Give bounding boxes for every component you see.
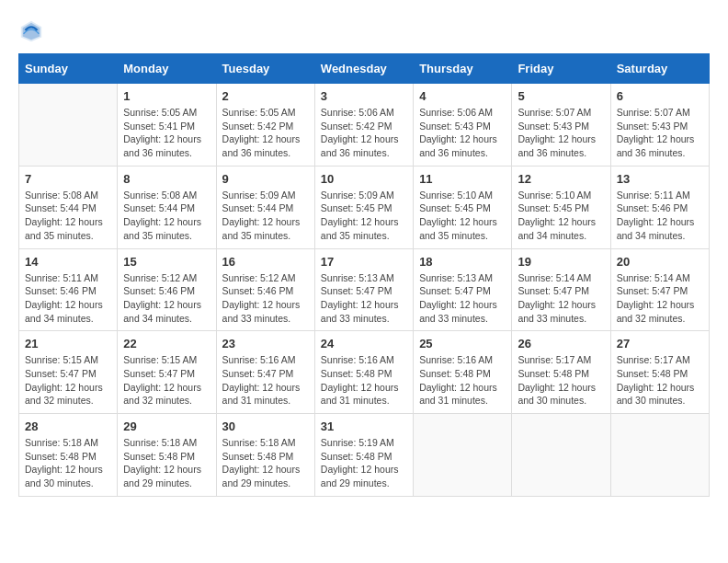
calendar-cell: 19Sunrise: 5:14 AMSunset: 5:47 PMDayligh… [512,248,610,331]
calendar-cell: 14Sunrise: 5:11 AMSunset: 5:46 PMDayligh… [19,248,118,331]
day-number: 23 [222,337,309,350]
day-info: Sunrise: 5:09 AMSunset: 5:44 PMDaylight:… [222,189,309,243]
calendar-cell: 13Sunrise: 5:11 AMSunset: 5:46 PMDayligh… [610,166,709,248]
day-info: Sunrise: 5:05 AMSunset: 5:42 PMDaylight:… [222,106,309,160]
calendar-cell: 10Sunrise: 5:09 AMSunset: 5:45 PMDayligh… [314,166,413,248]
calendar-cell: 30Sunrise: 5:18 AMSunset: 5:48 PMDayligh… [216,414,314,497]
day-number: 8 [123,172,210,186]
day-number: 15 [123,255,210,269]
calendar-cell: 27Sunrise: 5:17 AMSunset: 5:48 PMDayligh… [610,331,709,414]
calendar-cell: 20Sunrise: 5:14 AMSunset: 5:47 PMDayligh… [610,248,709,331]
day-info: Sunrise: 5:18 AMSunset: 5:48 PMDaylight:… [222,436,309,490]
calendar-cell: 3Sunrise: 5:06 AMSunset: 5:42 PMDaylight… [314,84,413,167]
day-info: Sunrise: 5:17 AMSunset: 5:48 PMDaylight:… [617,353,703,408]
day-number: 16 [222,255,309,269]
day-info: Sunrise: 5:06 AMSunset: 5:42 PMDaylight:… [321,106,407,160]
day-number: 28 [25,419,111,433]
day-number: 18 [419,255,506,269]
calendar-cell: 6Sunrise: 5:07 AMSunset: 5:43 PMDaylight… [610,84,709,167]
day-info: Sunrise: 5:06 AMSunset: 5:43 PMDaylight:… [419,106,506,160]
weekday-header-friday: Friday [512,54,610,84]
weekday-header-tuesday: Tuesday [216,54,314,84]
day-number: 31 [321,419,407,433]
day-info: Sunrise: 5:08 AMSunset: 5:44 PMDaylight:… [123,189,210,243]
day-number: 24 [321,337,407,350]
day-info: Sunrise: 5:11 AMSunset: 5:46 PMDaylight:… [617,189,703,243]
week-row-4: 21Sunrise: 5:15 AMSunset: 5:47 PMDayligh… [19,331,710,414]
calendar-cell: 11Sunrise: 5:10 AMSunset: 5:45 PMDayligh… [414,166,512,248]
day-number: 4 [419,89,506,103]
day-info: Sunrise: 5:07 AMSunset: 5:43 PMDaylight:… [518,106,604,160]
day-info: Sunrise: 5:16 AMSunset: 5:48 PMDaylight:… [321,353,407,408]
day-info: Sunrise: 5:12 AMSunset: 5:46 PMDaylight:… [222,271,309,326]
day-number: 12 [518,172,604,186]
logo-icon [18,18,44,44]
day-info: Sunrise: 5:16 AMSunset: 5:48 PMDaylight:… [419,353,506,408]
weekday-header-sunday: Sunday [19,54,118,84]
calendar-cell: 28Sunrise: 5:18 AMSunset: 5:48 PMDayligh… [19,414,118,497]
calendar-cell: 16Sunrise: 5:12 AMSunset: 5:46 PMDayligh… [216,248,314,331]
calendar-cell: 4Sunrise: 5:06 AMSunset: 5:43 PMDaylight… [414,84,512,167]
day-info: Sunrise: 5:13 AMSunset: 5:47 PMDaylight:… [321,271,407,326]
day-number: 11 [419,172,506,186]
day-info: Sunrise: 5:12 AMSunset: 5:46 PMDaylight:… [123,271,210,326]
day-number: 25 [419,337,506,350]
calendar-cell: 15Sunrise: 5:12 AMSunset: 5:46 PMDayligh… [118,248,216,331]
week-row-3: 14Sunrise: 5:11 AMSunset: 5:46 PMDayligh… [19,248,710,331]
page-container: SundayMondayTuesdayWednesdayThursdayFrid… [18,18,710,497]
weekday-header-monday: Monday [118,54,216,84]
day-number: 7 [25,172,111,186]
calendar-cell: 18Sunrise: 5:13 AMSunset: 5:47 PMDayligh… [414,248,512,331]
day-number: 29 [123,419,210,433]
week-row-5: 28Sunrise: 5:18 AMSunset: 5:48 PMDayligh… [19,414,710,497]
day-info: Sunrise: 5:17 AMSunset: 5:48 PMDaylight:… [518,353,604,408]
calendar-cell [414,414,512,497]
calendar-cell: 5Sunrise: 5:07 AMSunset: 5:43 PMDaylight… [512,84,610,167]
day-info: Sunrise: 5:10 AMSunset: 5:45 PMDaylight:… [518,189,604,243]
day-info: Sunrise: 5:07 AMSunset: 5:43 PMDaylight:… [617,106,703,160]
calendar-header: SundayMondayTuesdayWednesdayThursdayFrid… [19,54,710,84]
calendar-cell: 9Sunrise: 5:09 AMSunset: 5:44 PMDaylight… [216,166,314,248]
calendar-cell [512,414,610,497]
day-number: 10 [321,172,407,186]
header [18,18,710,44]
day-info: Sunrise: 5:16 AMSunset: 5:47 PMDaylight:… [222,353,309,408]
calendar-cell: 26Sunrise: 5:17 AMSunset: 5:48 PMDayligh… [512,331,610,414]
day-info: Sunrise: 5:11 AMSunset: 5:46 PMDaylight:… [25,271,111,326]
calendar-table: SundayMondayTuesdayWednesdayThursdayFrid… [18,53,710,497]
day-number: 6 [617,89,703,103]
day-number: 21 [25,337,111,350]
calendar-cell: 17Sunrise: 5:13 AMSunset: 5:47 PMDayligh… [314,248,413,331]
logo [18,18,48,44]
day-info: Sunrise: 5:19 AMSunset: 5:48 PMDaylight:… [321,436,407,490]
calendar-body: 1Sunrise: 5:05 AMSunset: 5:41 PMDaylight… [19,84,710,497]
day-info: Sunrise: 5:14 AMSunset: 5:47 PMDaylight:… [617,271,703,326]
week-row-1: 1Sunrise: 5:05 AMSunset: 5:41 PMDaylight… [19,84,710,167]
day-number: 14 [25,255,111,269]
day-number: 2 [222,89,309,103]
calendar-cell: 2Sunrise: 5:05 AMSunset: 5:42 PMDaylight… [216,84,314,167]
day-info: Sunrise: 5:09 AMSunset: 5:45 PMDaylight:… [321,189,407,243]
day-info: Sunrise: 5:08 AMSunset: 5:44 PMDaylight:… [25,189,111,243]
calendar-cell: 31Sunrise: 5:19 AMSunset: 5:48 PMDayligh… [314,414,413,497]
day-number: 5 [518,89,604,103]
calendar-cell: 1Sunrise: 5:05 AMSunset: 5:41 PMDaylight… [118,84,216,167]
weekday-header-thursday: Thursday [414,54,512,84]
day-info: Sunrise: 5:18 AMSunset: 5:48 PMDaylight:… [25,436,111,490]
weekday-header-wednesday: Wednesday [314,54,413,84]
calendar-cell [610,414,709,497]
day-number: 22 [123,337,210,350]
day-info: Sunrise: 5:15 AMSunset: 5:47 PMDaylight:… [123,353,210,408]
calendar-cell: 8Sunrise: 5:08 AMSunset: 5:44 PMDaylight… [118,166,216,248]
calendar-cell: 24Sunrise: 5:16 AMSunset: 5:48 PMDayligh… [314,331,413,414]
day-number: 19 [518,255,604,269]
week-row-2: 7Sunrise: 5:08 AMSunset: 5:44 PMDaylight… [19,166,710,248]
day-info: Sunrise: 5:14 AMSunset: 5:47 PMDaylight:… [518,271,604,326]
weekday-header-row: SundayMondayTuesdayWednesdayThursdayFrid… [19,54,710,84]
day-number: 9 [222,172,309,186]
day-number: 26 [518,337,604,350]
day-number: 1 [123,89,210,103]
day-number: 3 [321,89,407,103]
calendar-cell: 7Sunrise: 5:08 AMSunset: 5:44 PMDaylight… [19,166,118,248]
calendar-cell: 12Sunrise: 5:10 AMSunset: 5:45 PMDayligh… [512,166,610,248]
